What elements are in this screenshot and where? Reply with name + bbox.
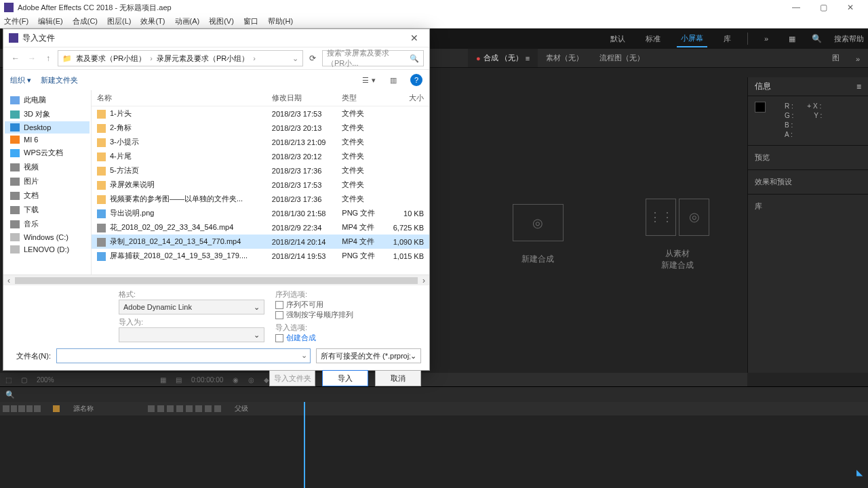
workspace-chevrons-icon[interactable]: » bbox=[760, 32, 772, 45]
tab-composition[interactable]: ●合成 （无）≡ bbox=[468, 49, 538, 67]
minimize-button[interactable]: — bbox=[783, 0, 810, 15]
tab-footage[interactable]: 素材（无） bbox=[538, 49, 591, 67]
nav-item[interactable]: 3D 对象 bbox=[5, 107, 90, 121]
library-section[interactable]: 库 bbox=[748, 194, 868, 218]
workspace-grid-icon[interactable]: ▦ bbox=[785, 32, 800, 46]
new-comp-dropzone[interactable]: ◎ 新建合成 bbox=[468, 96, 608, 373]
scroll-left-icon[interactable]: ‹ bbox=[3, 276, 14, 285]
workspace-library[interactable]: 库 bbox=[719, 31, 735, 47]
file-row[interactable]: 视频要素的参考图——以单独的文件夹...2018/2/3 17:36文件夹 bbox=[92, 192, 429, 206]
tab-overflow-icon[interactable]: » bbox=[848, 51, 868, 67]
breadcrumb[interactable]: 📁 素及要求（PR小组） › 录屏元素及要求（PR小组） › ⌄ bbox=[58, 50, 303, 66]
layer-color-icon[interactable] bbox=[53, 405, 60, 412]
switch-icons[interactable] bbox=[148, 405, 221, 412]
new-from-footage-dropzone[interactable]: ⋮⋮◎ 从素材新建合成 bbox=[608, 96, 747, 373]
menu-layer[interactable]: 图层(L) bbox=[107, 16, 131, 26]
nav-item[interactable]: LENOVO (D:) bbox=[5, 243, 90, 256]
help-search-placeholder[interactable]: 搜索帮助 bbox=[834, 34, 864, 44]
nav-item[interactable]: 音乐 bbox=[5, 217, 90, 231]
nav-item[interactable]: 文档 bbox=[5, 188, 90, 203]
nav-item[interactable]: 图片 bbox=[5, 174, 90, 188]
file-row[interactable]: 4-片尾2018/2/3 20:12文件夹 bbox=[92, 149, 429, 163]
view-mode-button[interactable]: ☰ ▾ bbox=[361, 74, 376, 86]
file-type-icon bbox=[97, 238, 106, 247]
filename-input[interactable]: ⌄ bbox=[56, 348, 311, 363]
file-row[interactable]: 1-片头2018/2/3 17:53文件夹 bbox=[92, 106, 429, 121]
timeline-track-area[interactable]: ◣ bbox=[0, 415, 868, 488]
playhead[interactable] bbox=[304, 402, 305, 488]
filetype-combo[interactable]: 所有可接受的文件 (*.prproj;*.c ⌄ bbox=[316, 348, 421, 363]
nav-fwd-button[interactable]: → bbox=[25, 52, 39, 65]
nav-tree[interactable]: 此电脑3D 对象DesktopMI 6WPS云文档视频图片文档下载音乐Windo… bbox=[3, 90, 92, 274]
chevron-down-icon[interactable]: ⌄ bbox=[301, 351, 307, 360]
source-name-col[interactable]: 源名称 bbox=[73, 404, 94, 413]
menu-effect[interactable]: 效果(T) bbox=[140, 16, 165, 26]
horizontal-scrollbar[interactable]: ‹ › bbox=[3, 274, 429, 285]
preview-pane-button[interactable]: ▥ bbox=[386, 74, 401, 86]
menu-comp[interactable]: 合成(C) bbox=[73, 16, 98, 26]
col-name[interactable]: 名称 bbox=[92, 90, 267, 106]
file-row[interactable]: 花_2018_02_09_22_33_34_546.mp42018/2/9 22… bbox=[92, 220, 429, 235]
layer-toggle-icons[interactable] bbox=[0, 405, 41, 412]
file-list[interactable]: 名称 修改日期 类型 大小 1-片头2018/2/3 17:53文件夹2-角标2… bbox=[92, 90, 429, 274]
maximize-button[interactable]: ▢ bbox=[810, 0, 837, 15]
file-row[interactable]: 5-方法页2018/2/3 17:36文件夹 bbox=[92, 163, 429, 178]
importas-combo[interactable]: ⌄ bbox=[119, 327, 264, 342]
nav-item[interactable]: MI 6 bbox=[5, 134, 90, 146]
preview-section[interactable]: 预览 bbox=[748, 145, 868, 169]
file-row[interactable]: 屏幕捕获_2018_02_14_19_53_39_179....2018/2/1… bbox=[92, 249, 429, 263]
nav-item[interactable]: 视频 bbox=[5, 160, 90, 174]
menu-anim[interactable]: 动画(A) bbox=[175, 16, 200, 26]
folder-search-input[interactable]: 搜索"录屏素及要求（PR小... 🔍 bbox=[322, 50, 424, 66]
menu-view[interactable]: 视图(V) bbox=[209, 16, 234, 26]
file-row[interactable]: 2-角标2018/2/3 20:13文件夹 bbox=[92, 121, 429, 135]
nav-item[interactable]: 此电脑 bbox=[5, 93, 90, 107]
timeline-handle-icon[interactable]: ◣ bbox=[856, 468, 863, 477]
panel-menu-icon[interactable]: ≡ bbox=[856, 82, 861, 92]
panel-menu-icon[interactable]: ≡ bbox=[526, 54, 530, 62]
import-button[interactable]: 导入 bbox=[322, 370, 368, 386]
import-folder-button[interactable]: 导入文件夹 bbox=[269, 370, 315, 386]
effects-section[interactable]: 效果和预设 bbox=[748, 169, 868, 194]
format-combo[interactable]: Adobe Dynamic Link⌄ bbox=[119, 300, 264, 314]
close-button[interactable]: ✕ bbox=[837, 0, 864, 15]
file-row[interactable]: 录屏效果说明2018/2/3 17:53文件夹 bbox=[92, 178, 429, 192]
nav-item[interactable]: Windows (C:) bbox=[5, 231, 90, 243]
nav-item[interactable]: Desktop bbox=[5, 121, 90, 134]
menu-window[interactable]: 窗口 bbox=[243, 16, 258, 26]
chevron-right-icon[interactable]: › bbox=[150, 54, 153, 62]
nav-item[interactable]: 下载 bbox=[5, 203, 90, 217]
scroll-thumb[interactable] bbox=[15, 277, 418, 284]
menu-edit[interactable]: 编辑(E) bbox=[38, 16, 63, 26]
workspace-default[interactable]: 默认 bbox=[606, 31, 629, 47]
cancel-button[interactable]: 取消 bbox=[375, 370, 421, 386]
parent-col[interactable]: 父级 bbox=[235, 404, 248, 413]
dialog-close-button[interactable]: ✕ bbox=[405, 33, 424, 43]
tab-flowchart[interactable]: 流程图（无） bbox=[591, 49, 652, 67]
scroll-right-icon[interactable]: › bbox=[418, 276, 429, 285]
help-search-icon[interactable]: 🔍 bbox=[812, 34, 822, 43]
file-row[interactable]: 3-小提示2018/2/13 21:09文件夹 bbox=[92, 135, 429, 149]
create-comp-checkbox[interactable] bbox=[275, 334, 283, 342]
chevron-right-icon[interactable]: › bbox=[253, 54, 256, 62]
menu-help[interactable]: 帮助(H) bbox=[268, 16, 293, 26]
file-row[interactable]: 导出说明.png2018/1/30 21:58PNG 文件10 KB bbox=[92, 206, 429, 220]
force-alpha-checkbox[interactable] bbox=[275, 311, 283, 319]
workspace-standard[interactable]: 标准 bbox=[642, 31, 665, 47]
workspace-small[interactable]: 小屏幕 bbox=[677, 30, 707, 47]
tab-graphic[interactable]: 图 bbox=[824, 49, 848, 67]
new-folder-button[interactable]: 新建文件夹 bbox=[41, 75, 78, 85]
chevron-down-icon[interactable]: ⌄ bbox=[292, 54, 298, 63]
menu-file[interactable]: 文件(F) bbox=[4, 16, 28, 26]
refresh-button[interactable]: ⟳ bbox=[306, 52, 319, 65]
file-row[interactable]: 录制_2018_02_14_20_13_54_770.mp42018/2/14 … bbox=[92, 235, 429, 249]
col-date[interactable]: 修改日期 bbox=[267, 90, 336, 106]
organize-button[interactable]: 组织 ▾ bbox=[10, 75, 31, 85]
col-type[interactable]: 类型 bbox=[336, 90, 384, 106]
nav-item[interactable]: WPS云文档 bbox=[5, 146, 90, 160]
col-size[interactable]: 大小 bbox=[384, 90, 429, 106]
nav-up-button[interactable]: ↑ bbox=[41, 52, 55, 65]
info-panel-tab[interactable]: 信息 bbox=[755, 81, 771, 92]
help-icon[interactable]: ? bbox=[410, 74, 422, 86]
nav-back-button[interactable]: ← bbox=[9, 52, 22, 65]
